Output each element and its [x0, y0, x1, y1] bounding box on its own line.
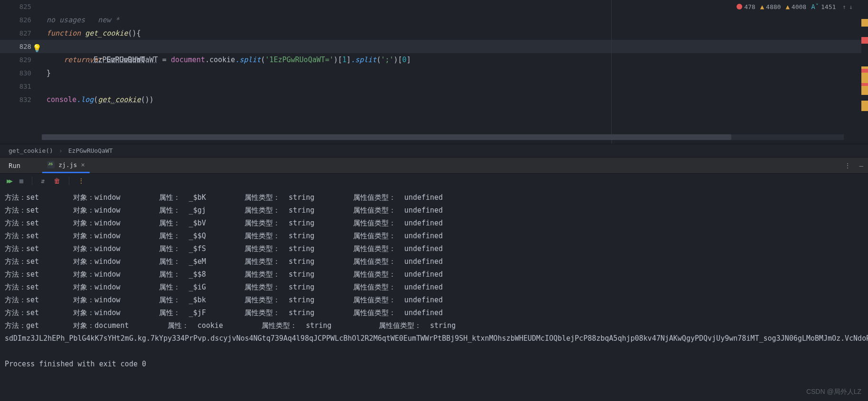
close-icon[interactable]: ×	[81, 161, 84, 168]
usage-hint: no usages new *	[47, 13, 868, 27]
rerun-icon[interactable]: ▶▶	[7, 177, 11, 185]
run-toolbar: ▶▶ ■ ⇵ 🗑 ⋮	[0, 173, 868, 187]
chevron-right-icon: ›	[59, 147, 63, 154]
run-tab-label: zj.js	[58, 161, 77, 168]
line-number-gutter: 825 826 827 828 829 830 831 832	[0, 0, 42, 144]
toolbar-divider	[32, 177, 32, 185]
horizontal-scrollbar[interactable]	[42, 134, 844, 140]
breadcrumb-item[interactable]: EzPGwRUoQaWT	[68, 147, 113, 154]
breadcrumb[interactable]: get_cookie() › EzPGwRUoQaWT	[0, 144, 868, 157]
scrollbar-thumb[interactable]	[42, 134, 731, 140]
more-icon[interactable]: ⋮	[78, 177, 84, 185]
watermark: CSDN @局外人LZ	[806, 388, 861, 396]
nodejs-file-icon	[47, 161, 55, 168]
run-tab[interactable]: zj.js ×	[42, 158, 90, 173]
breadcrumb-item[interactable]: get_cookie()	[9, 147, 53, 154]
toolbar-divider	[69, 177, 69, 185]
console-output[interactable]: 方法：set 对象：window 属性： _$bK 属性类型： string 属…	[0, 187, 868, 392]
stop-icon[interactable]: ■	[19, 177, 23, 185]
soft-wrap-icon[interactable]: ⇵	[41, 177, 45, 185]
code-editor[interactable]: 825 826 827 828 829 830 831 832 no usage…	[0, 0, 868, 144]
code-content[interactable]: no usages new * function get_cookie(){ 💡…	[42, 0, 868, 144]
clear-all-icon[interactable]: 🗑	[54, 177, 60, 185]
intention-bulb-icon[interactable]: 💡	[32, 42, 42, 55]
run-title: Run	[9, 162, 20, 169]
more-options-icon[interactable]: ⋮	[844, 162, 851, 169]
minimize-icon[interactable]: —	[859, 162, 863, 169]
run-toolwindow-header[interactable]: Run zj.js × ⋮ —	[0, 157, 868, 173]
